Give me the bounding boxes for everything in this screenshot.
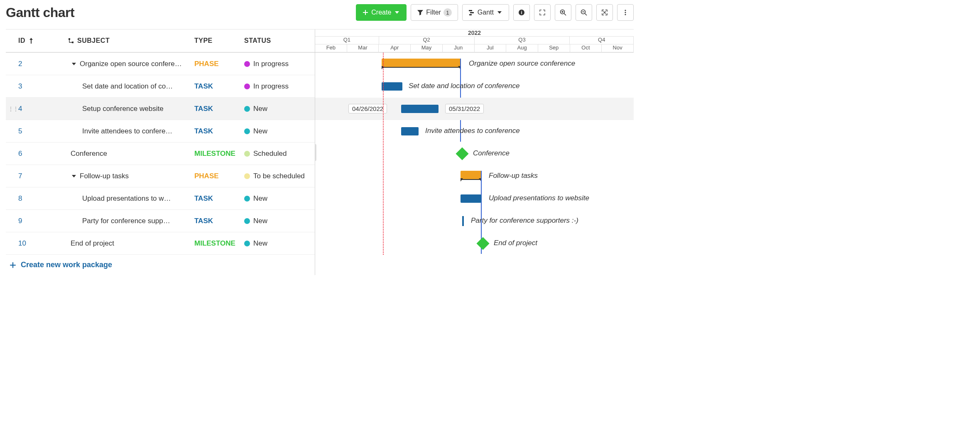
- table-row[interactable]: 5Invite attendees to confere…TASKNew: [6, 120, 315, 143]
- gantt-bar-task[interactable]: [382, 82, 402, 91]
- status-label: In progress: [253, 60, 289, 68]
- cell-id[interactable]: 5: [6, 127, 68, 135]
- table-row[interactable]: 9Party for conference supp…TASKNew: [6, 210, 315, 232]
- plus-icon: [362, 9, 369, 16]
- more-button[interactable]: [617, 4, 634, 21]
- info-button[interactable]: i: [513, 4, 530, 21]
- zoom-in-icon: [560, 9, 566, 16]
- cell-id[interactable]: 3: [6, 82, 68, 91]
- gantt-bar-label: Upload presentations to website: [489, 194, 589, 202]
- table-row[interactable]: 7Follow-up tasksPHASETo be scheduled: [6, 165, 315, 187]
- cell-subject[interactable]: Setup conference website: [68, 105, 194, 113]
- subject-text: Setup conference website: [82, 105, 164, 113]
- table-row[interactable]: ⋮⋮4Setup conference websiteTASKNew: [6, 98, 315, 120]
- cell-id[interactable]: 6: [6, 150, 68, 158]
- drag-handle-icon[interactable]: ⋮⋮: [8, 106, 18, 112]
- cell-id[interactable]: 7: [6, 172, 68, 180]
- status-label: New: [253, 127, 267, 135]
- create-work-package-button[interactable]: Create new work package: [6, 255, 315, 275]
- timeline-quarter: Q1: [315, 37, 379, 44]
- gantt-milestone[interactable]: [476, 237, 489, 250]
- filter-button[interactable]: Filter 1: [411, 4, 458, 21]
- timeline-month: Jul: [475, 44, 507, 52]
- cell-subject[interactable]: Party for conference supp…: [68, 217, 194, 225]
- gantt-bar-phase[interactable]: [461, 171, 481, 179]
- table-row[interactable]: 10End of projectMILESTONENew: [6, 232, 315, 255]
- sort-asc-icon: [29, 38, 34, 44]
- cell-id[interactable]: 8: [6, 194, 68, 203]
- gantt-bar-task[interactable]: [401, 127, 419, 135]
- table-row[interactable]: 2Organize open source confere…PHASEIn pr…: [6, 53, 315, 75]
- col-header-type[interactable]: TYPE: [194, 37, 244, 44]
- cell-id[interactable]: 9: [6, 217, 68, 225]
- timeline-months: FebMarAprMayJunJulAugSepOctNov: [315, 44, 634, 52]
- col-header-subject[interactable]: SUBJECT: [68, 37, 194, 44]
- subject-text: Upload presentations to w…: [82, 194, 171, 203]
- gantt-bar-task[interactable]: [461, 194, 481, 203]
- fullscreen-button[interactable]: [534, 4, 551, 21]
- col-header-status[interactable]: STATUS: [244, 37, 315, 44]
- gantt-row: Party for conference supporters :-): [315, 210, 634, 232]
- cell-subject[interactable]: Conference: [68, 150, 194, 158]
- table-row[interactable]: 8Upload presentations to w…TASKNew: [6, 187, 315, 210]
- svg-rect-0: [469, 10, 472, 11]
- subject-text: Conference: [71, 150, 107, 158]
- view-gantt-button[interactable]: Gantt: [462, 4, 509, 21]
- filter-button-label: Filter: [426, 9, 441, 16]
- cell-subject[interactable]: Organize open source confere…: [68, 60, 194, 68]
- gantt-icon: [468, 9, 475, 16]
- pane-resize-handle[interactable]: [315, 144, 316, 161]
- subject-text: Follow-up tasks: [80, 172, 129, 180]
- timeline-month: Oct: [570, 44, 602, 52]
- cell-subject[interactable]: Set date and location of co…: [68, 82, 194, 91]
- table-row[interactable]: 6ConferenceMILESTONEScheduled: [6, 143, 315, 165]
- chevron-down-icon[interactable]: [71, 173, 77, 180]
- cell-id[interactable]: 2: [6, 60, 68, 68]
- cell-status: New: [244, 105, 315, 113]
- subject-text: End of project: [71, 239, 114, 248]
- gantt-row: Conference: [315, 143, 634, 165]
- cell-type: PHASE: [194, 60, 244, 68]
- zoom-fit-button[interactable]: [596, 4, 613, 21]
- cell-subject[interactable]: Upload presentations to w…: [68, 194, 194, 203]
- create-work-package-label: Create new work package: [21, 261, 112, 269]
- chevron-down-icon[interactable]: [71, 61, 77, 67]
- cell-status: To be scheduled: [244, 172, 315, 180]
- table-pane: ID SUBJECT TYPE STATUS 2Organize open so…: [6, 30, 315, 275]
- view-button-label: Gantt: [478, 9, 494, 16]
- col-header-id[interactable]: ID: [6, 37, 68, 44]
- gantt-row: Upload presentations to website: [315, 187, 634, 210]
- svg-rect-1: [470, 12, 474, 13]
- toolbar: Create Filter 1 Gantt i: [356, 4, 634, 21]
- cell-subject[interactable]: End of project: [68, 239, 194, 248]
- gantt-row: Invite attendees to conference: [315, 120, 634, 143]
- gantt-bar-task[interactable]: [462, 216, 464, 226]
- timeline-year: 2022: [315, 30, 634, 37]
- gantt-date-start[interactable]: 04/26/2022: [348, 104, 387, 113]
- gantt-row: Follow-up tasks: [315, 165, 634, 187]
- gantt-bar-phase[interactable]: [382, 59, 461, 67]
- caret-down-icon: [496, 9, 503, 16]
- timeline-quarter: Q2: [379, 37, 475, 44]
- zoom-out-button[interactable]: [576, 4, 592, 21]
- gantt-milestone[interactable]: [456, 147, 468, 160]
- kebab-icon: [622, 9, 629, 16]
- cell-type: TASK: [194, 217, 244, 225]
- cell-subject[interactable]: Follow-up tasks: [68, 172, 194, 180]
- gantt-bar-task[interactable]: [401, 105, 439, 113]
- timeline-quarter: Q3: [475, 37, 570, 44]
- table-row[interactable]: 3Set date and location of co…TASKIn prog…: [6, 75, 315, 98]
- gantt-bar-label: End of project: [494, 239, 537, 247]
- zoom-in-button[interactable]: [555, 4, 571, 21]
- gantt-date-end[interactable]: 05/31/2022: [445, 104, 484, 113]
- status-dot-icon: [244, 218, 250, 224]
- subject-text: Party for conference supp…: [82, 217, 170, 225]
- cell-status: Scheduled: [244, 150, 315, 158]
- status-dot-icon: [244, 128, 250, 134]
- cell-id[interactable]: 10: [6, 239, 68, 248]
- cell-subject[interactable]: Invite attendees to confere…: [68, 127, 194, 135]
- timeline-month: Nov: [602, 44, 634, 52]
- table-header: ID SUBJECT TYPE STATUS: [6, 30, 315, 53]
- gantt-bar-label: Set date and location of conference: [409, 82, 519, 90]
- create-button[interactable]: Create: [356, 4, 407, 21]
